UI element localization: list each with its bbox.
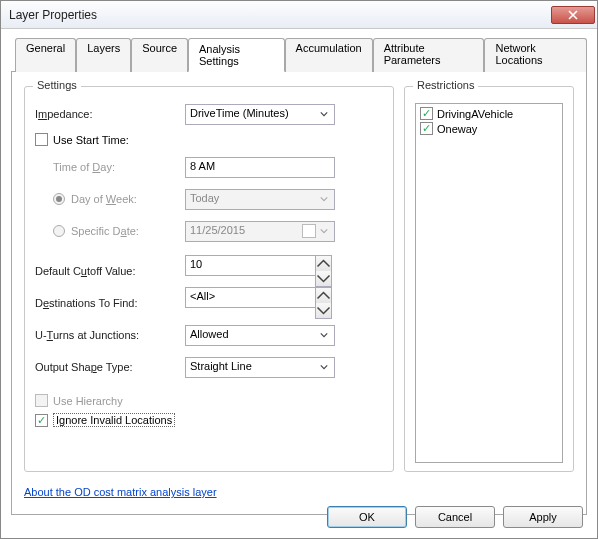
spin-down-icon[interactable] (316, 303, 331, 318)
dialog-footer: OK Cancel Apply (327, 506, 583, 528)
ignore-invalid-checkbox[interactable]: Ignore Invalid Locations (35, 413, 383, 427)
restrictions-legend: Restrictions (413, 79, 478, 91)
default-cutoff-input[interactable]: 10 (185, 255, 315, 276)
help-link[interactable]: About the OD cost matrix analysis layer (24, 486, 217, 498)
radio-icon (53, 225, 65, 237)
restriction-label: Oneway (437, 123, 477, 135)
day-of-week-radio[interactable]: Day of Week: (35, 193, 185, 205)
default-cutoff-label: Default Cutoff Value: (35, 265, 185, 277)
destinations-input[interactable]: <All> (185, 287, 315, 308)
tab-content: Settings Impedance: DriveTime (Minutes) (11, 72, 587, 515)
tab-network-locations[interactable]: Network Locations (484, 38, 587, 72)
tab-strip: General Layers Source Analysis Settings … (11, 37, 587, 72)
settings-legend: Settings (33, 79, 81, 91)
row-time-of-day: Time of Day: 8 AM (35, 152, 383, 182)
row-output-shape: Output Shape Type: Straight Line (35, 352, 383, 382)
day-of-week-dropdown[interactable]: Today (185, 189, 335, 210)
time-of-day-input[interactable]: 8 AM (185, 157, 335, 178)
restriction-item[interactable]: Oneway (418, 121, 560, 136)
output-shape-value: Straight Line (190, 360, 252, 372)
destinations-label: Destinations To Find: (35, 297, 185, 309)
chevron-down-icon (316, 107, 331, 122)
apply-button[interactable]: Apply (503, 506, 583, 528)
spin-down-icon[interactable] (316, 271, 331, 286)
close-icon (568, 10, 578, 20)
radio-icon (53, 193, 65, 205)
restriction-label: DrivingAVehicle (437, 108, 513, 120)
spin-up-icon[interactable] (316, 288, 331, 303)
tab-accumulation[interactable]: Accumulation (285, 38, 373, 72)
day-of-week-value: Today (190, 192, 219, 204)
chevron-down-icon (316, 360, 331, 375)
time-of-day-label: Time of Day: (35, 161, 185, 173)
day-of-week-label: Day of Week: (71, 193, 137, 205)
tab-analysis-settings[interactable]: Analysis Settings (188, 38, 285, 72)
destinations-spinner[interactable]: <All> (185, 287, 332, 319)
impedance-value: DriveTime (Minutes) (190, 107, 289, 119)
checkbox-icon (420, 107, 433, 120)
use-start-time-label: Use Start Time: (53, 134, 129, 146)
use-hierarchy-label: Use Hierarchy (53, 395, 123, 407)
ok-button[interactable]: OK (327, 506, 407, 528)
tab-layers[interactable]: Layers (76, 38, 131, 72)
restrictions-list[interactable]: DrivingAVehicle Oneway (415, 103, 563, 463)
row-default-cutoff: Default Cutoff Value: 10 (35, 256, 383, 286)
use-hierarchy-checkbox[interactable]: Use Hierarchy (35, 394, 383, 407)
chevron-down-icon (316, 328, 331, 343)
checkbox-icon (420, 122, 433, 135)
impedance-dropdown[interactable]: DriveTime (Minutes) (185, 104, 335, 125)
checkbox-icon (35, 394, 48, 407)
close-button[interactable] (551, 6, 595, 24)
window-title: Layer Properties (9, 8, 97, 22)
chevron-down-icon (316, 224, 331, 239)
ignore-invalid-label: Ignore Invalid Locations (53, 413, 175, 427)
output-shape-label: Output Shape Type: (35, 361, 185, 373)
default-cutoff-spinner[interactable]: 10 (185, 255, 332, 287)
specific-date-radio[interactable]: Specific Date: (35, 225, 185, 237)
checkbox-icon (35, 133, 48, 146)
row-destinations: Destinations To Find: <All> (35, 288, 383, 318)
chevron-down-icon (316, 192, 331, 207)
specific-date-picker[interactable]: 11/25/2015 (185, 221, 335, 242)
use-start-time-checkbox[interactable]: Use Start Time: (35, 133, 383, 146)
titlebar: Layer Properties (1, 1, 597, 29)
output-shape-dropdown[interactable]: Straight Line (185, 357, 335, 378)
dialog-window: Layer Properties General Layers Source A… (0, 0, 598, 539)
row-specific-date: Specific Date: 11/25/2015 (35, 216, 383, 246)
spin-up-icon[interactable] (316, 256, 331, 271)
tab-general[interactable]: General (15, 38, 76, 72)
settings-group: Settings Impedance: DriveTime (Minutes) (24, 86, 394, 472)
cancel-button[interactable]: Cancel (415, 506, 495, 528)
uturns-label: U-Turns at Junctions: (35, 329, 185, 341)
specific-date-label: Specific Date: (71, 225, 139, 237)
row-uturns: U-Turns at Junctions: Allowed (35, 320, 383, 350)
uturns-value: Allowed (190, 328, 229, 340)
specific-date-value: 11/25/2015 (190, 224, 245, 236)
uturns-dropdown[interactable]: Allowed (185, 325, 335, 346)
restrictions-group: Restrictions DrivingAVehicle Oneway (404, 86, 574, 472)
checkbox-icon (35, 414, 48, 427)
dialog-body: General Layers Source Analysis Settings … (1, 29, 597, 525)
row-impedance: Impedance: DriveTime (Minutes) (35, 99, 383, 129)
calendar-icon (302, 224, 316, 238)
impedance-label: Impedance: (35, 108, 185, 120)
tab-attribute-parameters[interactable]: Attribute Parameters (373, 38, 485, 72)
restriction-item[interactable]: DrivingAVehicle (418, 106, 560, 121)
row-day-of-week: Day of Week: Today (35, 184, 383, 214)
tab-source[interactable]: Source (131, 38, 188, 72)
